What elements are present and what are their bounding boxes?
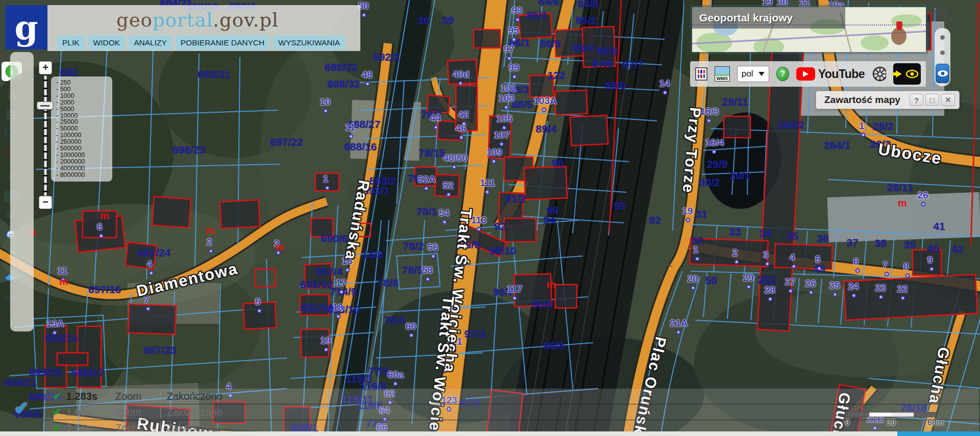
scale-option[interactable]: - 2000 — [56, 99, 112, 106]
menu-item-plik[interactable]: PLIK — [57, 36, 85, 50]
zoom-slider-tick — [43, 167, 48, 169]
zoom-slider-minus-button[interactable]: − — [39, 196, 52, 209]
menu-item-analizy[interactable]: ANALIZY — [129, 36, 172, 50]
youtube-play-icon — [796, 67, 815, 81]
bottom-panel-edge — [0, 431, 980, 436]
overview-location-marker — [896, 21, 902, 31]
zoom-slider-tick — [43, 127, 48, 129]
site-title-suffix: .gov.pl — [213, 9, 279, 31]
scale-option[interactable]: - 8000000 — [56, 172, 112, 178]
zoom-slider-tick — [43, 80, 48, 81]
scale-option[interactable]: - 5000 — [56, 106, 112, 113]
zoom-slider-tick — [43, 119, 48, 121]
status-state: Zakończono — [160, 406, 223, 418]
overview-forest-patch — [861, 35, 889, 50]
status-action: Zoom — [115, 406, 160, 418]
language-select[interactable]: pol — [737, 66, 769, 82]
zoom-slider-handle[interactable] — [37, 101, 53, 110]
success-check-icon: ✔ — [53, 406, 61, 418]
map-contents-panel-header[interactable]: Zawartość mapy ? □ ✕ — [816, 91, 960, 109]
zoom-slider-tick — [43, 191, 48, 192]
zoom-slider-tick — [43, 143, 48, 145]
zoom-slider-tick — [43, 135, 48, 137]
youtube-label: YouTube — [818, 67, 865, 81]
zoom-slider-tick — [43, 183, 48, 185]
map-contents-title: Zawartość mapy — [824, 94, 908, 106]
gear-icon — [933, 5, 953, 24]
left-toolbox — [10, 52, 34, 331]
wms-icon: WMS — [715, 76, 729, 81]
right-controls-pill — [935, 28, 950, 86]
layers-legend-button[interactable] — [695, 67, 707, 81]
menu-item-pobieranie-danych[interactable]: POBIERANIE DANYCH — [176, 36, 270, 50]
language-value: pol — [742, 69, 753, 79]
site-title-geo: geo — [116, 9, 153, 31]
map-viewport[interactable]: 682688/31684/21688/29686/4592/2688/22688… — [0, 0, 980, 436]
main-menu: PLIKWIDOKANALIZYPOBIERANIE DANYCHWYSZUKI… — [57, 36, 345, 50]
yellow-arrow-icon — [896, 70, 902, 78]
panel-close-button[interactable]: ✕ — [941, 94, 955, 106]
zoom-slider-tick — [43, 151, 48, 152]
scale-denominator-list: - 250- 500- 1000- 2000- 5000- 10000- 250… — [51, 76, 112, 182]
geoportal-logo-letter: g — [14, 12, 38, 43]
scale-option[interactable]: - 4000000 — [56, 165, 112, 172]
status-log-row: ✔1.96sZoomZakończono — [43, 404, 979, 420]
zoom-slider-tick — [43, 95, 48, 97]
pill-dot-button[interactable] — [940, 35, 945, 40]
eye-icon — [937, 69, 948, 78]
overview-title: Geoportal krajowy — [699, 12, 793, 24]
settings-button[interactable] — [933, 5, 953, 27]
status-time: 1.96s — [66, 406, 108, 418]
scale-option[interactable]: - 500 — [56, 86, 112, 93]
help-button[interactable]: ? — [776, 67, 789, 81]
operation-status-log: ✔1.283sZoomZakończono✔1.96sZoomZakończon… — [43, 389, 979, 436]
scale-option[interactable]: - 2000000 — [56, 159, 112, 165]
status-log-row: ✔1.283sZoomZakończono — [43, 389, 979, 404]
wheel-button[interactable] — [872, 66, 886, 82]
yellow-eye-icon — [905, 69, 919, 79]
wms-button[interactable]: WMS — [715, 66, 730, 82]
status-time: 1.283s — [66, 391, 108, 402]
overview-forest-patch — [891, 14, 922, 28]
zoom-slider-tick — [43, 175, 48, 176]
zoom-slider-tick — [43, 159, 48, 161]
menu-item-wyszukiwania[interactable]: WYSZUKIWANIA — [273, 36, 345, 50]
chevron-down-icon — [758, 72, 765, 76]
overview-map-panel[interactable]: Geoportal krajowy — [690, 5, 928, 54]
bottom-panel-edge-blue — [897, 431, 980, 436]
menu-item-widok[interactable]: WIDOK — [88, 36, 126, 50]
zoom-slider-tick — [43, 111, 48, 113]
top-right-toolbar: WMS pol ? YouTube — [690, 61, 926, 87]
visibility-eye-button[interactable] — [936, 64, 949, 83]
status-action: Zoom — [115, 391, 160, 402]
site-title-portal: portal — [153, 9, 213, 31]
geoportal-logo[interactable]: g — [5, 5, 47, 49]
scale-option[interactable]: - 250 — [56, 80, 112, 86]
overview-map[interactable]: Geoportal krajowy — [692, 7, 926, 52]
youtube-link[interactable]: YouTube — [796, 67, 865, 81]
zoom-slider-tick — [43, 88, 48, 89]
panel-help-button[interactable]: ? — [910, 94, 923, 106]
site-title: geoportal.gov.pl — [116, 9, 279, 31]
scale-option[interactable]: - 1000 — [56, 93, 112, 99]
scale-option[interactable]: - 1000000 — [56, 152, 112, 159]
panel-maximize-button[interactable]: □ — [925, 94, 939, 106]
success-check-icon: ✔ — [53, 390, 61, 402]
tasks-check-icon[interactable]: ✔ — [14, 398, 29, 418]
zoom-slider-plus-button[interactable]: + — [39, 61, 52, 74]
pill-dot-button[interactable] — [940, 50, 945, 55]
status-state: Zakończono — [160, 391, 223, 402]
accessibility-contrast-button[interactable] — [893, 63, 921, 85]
